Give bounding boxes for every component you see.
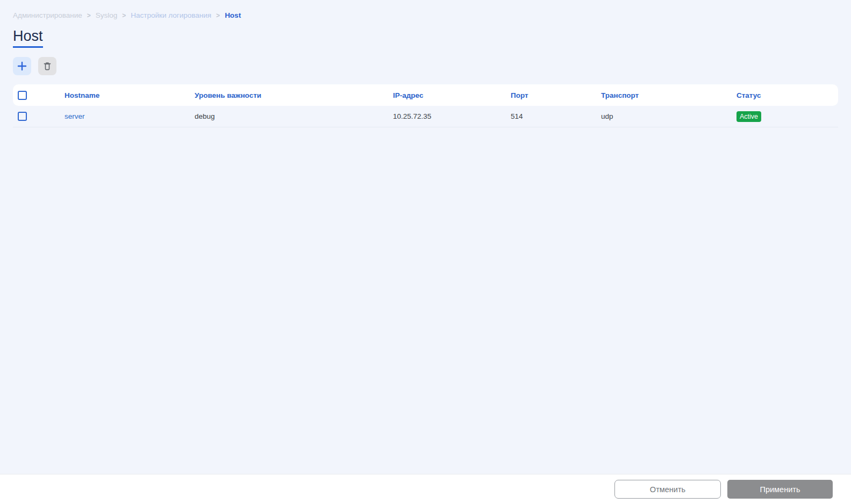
breadcrumb-item-logging-settings[interactable]: Настройки логирования — [131, 11, 211, 19]
column-header-status[interactable]: Статус — [736, 91, 838, 99]
status-badge: Active — [736, 111, 761, 123]
table-header-row: Hostname Уровень важности IP-адрес Порт … — [13, 84, 838, 106]
select-all-checkbox[interactable] — [18, 91, 27, 100]
breadcrumb-item-syslog[interactable]: Syslog — [96, 11, 118, 19]
column-header-hostname[interactable]: Hostname — [65, 91, 195, 99]
plus-icon — [17, 61, 27, 71]
hosts-table: Hostname Уровень важности IP-адрес Порт … — [13, 84, 838, 127]
severity-value: debug — [195, 112, 393, 120]
transport-value: udp — [601, 112, 736, 120]
toolbar — [13, 57, 838, 75]
add-button[interactable] — [13, 57, 31, 75]
breadcrumb-item-host: Host — [225, 11, 241, 19]
breadcrumb-separator: > — [216, 12, 220, 19]
cancel-button[interactable]: Отменить — [614, 480, 721, 499]
apply-button[interactable]: Применить — [727, 480, 833, 499]
ip-address-value: 10.25.72.35 — [393, 112, 511, 120]
table-row: server debug 10.25.72.35 514 udp Active — [13, 106, 838, 127]
footer-action-bar: Отменить Применить — [0, 474, 851, 504]
breadcrumb-item-administration[interactable]: Администрирование — [13, 11, 82, 19]
column-header-severity[interactable]: Уровень важности — [195, 91, 393, 99]
delete-button[interactable] — [38, 57, 56, 75]
column-header-port[interactable]: Порт — [511, 91, 601, 99]
main-content: Администрирование > Syslog > Настройки л… — [0, 0, 851, 127]
column-header-transport[interactable]: Транспорт — [601, 91, 736, 99]
hostname-link[interactable]: server — [65, 112, 195, 120]
trash-icon — [42, 61, 52, 71]
column-header-ip-address[interactable]: IP-адрес — [393, 91, 511, 99]
breadcrumb: Администрирование > Syslog > Настройки л… — [13, 0, 838, 19]
row-checkbox[interactable] — [18, 112, 27, 121]
breadcrumb-separator: > — [122, 12, 126, 19]
page-title: Host — [13, 27, 43, 48]
breadcrumb-separator: > — [87, 12, 91, 19]
port-value: 514 — [511, 112, 601, 120]
